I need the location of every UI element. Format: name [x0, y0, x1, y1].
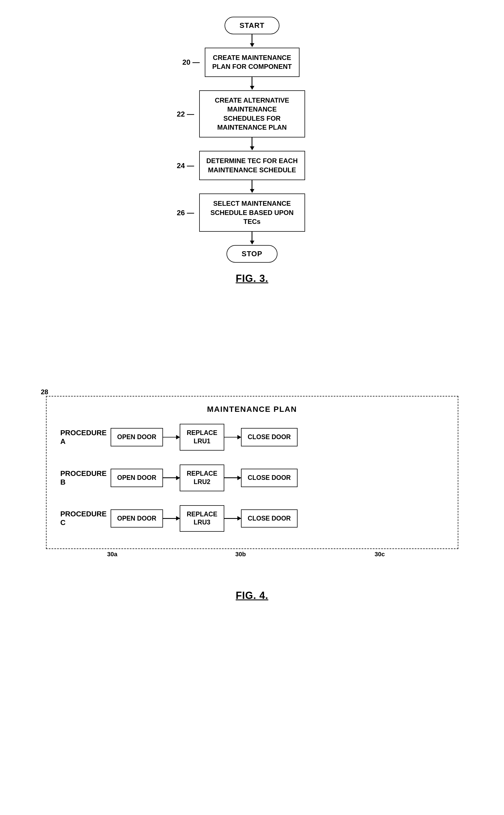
arrow-4: [250, 180, 254, 193]
proc-a-arrow1: [163, 437, 180, 438]
fig3-container: START 20 — CREATE MAINTENANCEPLAN FOR CO…: [0, 17, 504, 285]
step-24-box: DETERMINE TEC FOR EACHMAINTENANCE SCHEDU…: [199, 151, 305, 180]
step-20-box: CREATE MAINTENANCEPLAN FOR COMPONENT: [205, 48, 300, 77]
proc-c-step2: REPLACELRU3: [180, 505, 224, 532]
proc-b-step2: REPLACELRU2: [180, 464, 224, 491]
stop-shape: STOP: [227, 245, 277, 263]
step-20-label: 20 —: [182, 58, 200, 67]
step-26-label: 26 —: [177, 208, 194, 217]
proc-b-step3: CLOSE DOOR: [241, 469, 298, 487]
proc-a-step2: REPLACELRU1: [180, 424, 224, 451]
start-shape: START: [225, 17, 280, 34]
step-22-label: 22 —: [177, 109, 194, 118]
proc-c-arrow1: [163, 518, 180, 519]
procedure-a-row: PROCEDURE A OPEN DOOR REPLACELRU1 CLOSE …: [60, 424, 444, 451]
proc-c-arrow2: [224, 518, 241, 519]
arrow-5: [250, 232, 254, 245]
ref-30b: 30b: [235, 551, 246, 558]
fig3-title: FIG. 3.: [236, 273, 268, 285]
step-22-row: 22 — CREATE ALTERNATIVEMAINTENANCE SCHED…: [199, 90, 305, 138]
proc-b-arrow2: [224, 477, 241, 478]
proc-a-arrow2: [224, 437, 241, 438]
proc-a-step3: CLOSE DOOR: [241, 428, 298, 446]
proc-b-label: PROCEDURE B: [60, 469, 111, 486]
step-26-box: SELECT MAINTENANCESCHEDULE BASED UPONTEC…: [199, 193, 305, 232]
step-26-row: 26 — SELECT MAINTENANCESCHEDULE BASED UP…: [199, 193, 305, 232]
procedure-b-row: PROCEDURE B OPEN DOOR REPLACELRU2 CLOSE …: [60, 464, 444, 491]
step-24-row: 24 — DETERMINE TEC FOR EACHMAINTENANCE S…: [199, 151, 305, 180]
flowchart: START 20 — CREATE MAINTENANCEPLAN FOR CO…: [199, 17, 305, 263]
proc-b-arrow1: [163, 477, 180, 478]
arrow-3: [250, 137, 254, 151]
proc-c-step3: CLOSE DOOR: [241, 509, 298, 528]
fig4-title: FIG. 4.: [236, 590, 268, 601]
step-22-box: CREATE ALTERNATIVEMAINTENANCE SCHEDULES …: [199, 90, 305, 138]
arrow-1: [250, 34, 254, 48]
maintenance-plan-title: MAINTENANCE PLAN: [60, 405, 444, 414]
procedure-c-row: PROCEDURE C OPEN DOOR REPLACELRU3 CLOSE …: [60, 505, 444, 532]
ref-30a: 30a: [107, 551, 118, 558]
proc-a-step1: OPEN DOOR: [111, 428, 163, 446]
step-24-label: 24 —: [177, 161, 194, 170]
maintenance-plan-box: 28 MAINTENANCE PLAN PROCEDURE A OPEN DOO…: [46, 396, 458, 549]
arrow-2: [250, 77, 254, 90]
ref-30c: 30c: [375, 551, 385, 558]
fig4-container: 28 MAINTENANCE PLAN PROCEDURE A OPEN DOO…: [0, 396, 504, 601]
ref-28: 28: [41, 388, 48, 396]
proc-a-label: PROCEDURE A: [60, 429, 111, 446]
proc-c-step1: OPEN DOOR: [111, 509, 163, 528]
proc-c-label: PROCEDURE C: [60, 510, 111, 527]
ref-row: 30a 30b 30c: [46, 551, 458, 567]
step-20-row: 20 — CREATE MAINTENANCEPLAN FOR COMPONEN…: [205, 48, 300, 77]
proc-b-step1: OPEN DOOR: [111, 469, 163, 487]
